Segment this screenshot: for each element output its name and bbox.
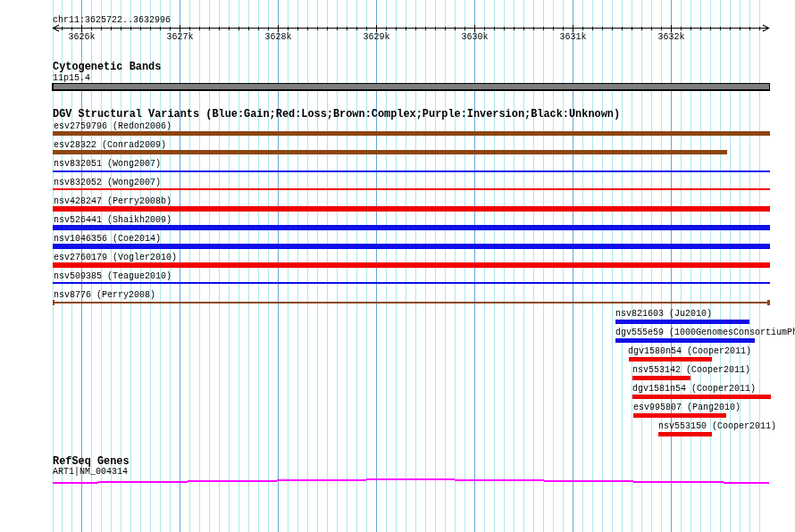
svg-text:nsv1046356 (Coe2014): nsv1046356 (Coe2014) — [54, 234, 161, 244]
svg-text:3626k: 3626k — [68, 32, 95, 42]
svg-text:nsv553150 (Cooper2011): nsv553150 (Cooper2011) — [658, 421, 776, 431]
svg-text:esv2759796 (Redon2006): esv2759796 (Redon2006) — [54, 121, 172, 131]
svg-text:nsv553142 (Cooper2011): nsv553142 (Cooper2011) — [632, 365, 750, 375]
svg-text:nsv428247 (Perry2008b): nsv428247 (Perry2008b) — [54, 196, 172, 206]
svg-text:nsv526441 (Shaikh2009): nsv526441 (Shaikh2009) — [54, 215, 172, 225]
svg-text:3630k: 3630k — [461, 32, 488, 42]
svg-text:dgv555e59 (1000GenomesConsorti: dgv555e59 (1000GenomesConsortiumPhase3) — [615, 328, 795, 337]
svg-text:3632k: 3632k — [657, 32, 684, 42]
svg-text:nsv832051 (Wong2007): nsv832051 (Wong2007) — [54, 159, 161, 169]
svg-text:nsv832052 (Wong2007): nsv832052 (Wong2007) — [54, 178, 161, 187]
svg-text:RefSeq Genes: RefSeq Genes — [53, 455, 130, 468]
svg-text:nsv8776 (Perry2008): nsv8776 (Perry2008) — [54, 290, 155, 300]
svg-text:11p15.4: 11p15.4 — [53, 73, 90, 83]
svg-text:dgv1581n54 (Cooper2011): dgv1581n54 (Cooper2011) — [632, 384, 756, 394]
svg-text:Cytogenetic Bands: Cytogenetic Bands — [53, 61, 161, 73]
svg-text:3631k: 3631k — [559, 32, 586, 42]
svg-text:DGV Structural Variants (Blue:: DGV Structural Variants (Blue:Gain;Red:L… — [53, 108, 620, 121]
svg-text:chr11:3625722..3632996: chr11:3625722..3632996 — [53, 15, 171, 25]
svg-text:dgv1580n54 (Cooper2011): dgv1580n54 (Cooper2011) — [628, 346, 751, 356]
svg-text:esv28322 (Conrad2009): esv28322 (Conrad2009) — [54, 140, 166, 150]
svg-text:esv2760179 (Vogler2010): esv2760179 (Vogler2010) — [54, 253, 177, 262]
svg-text:ART1|NM_004314: ART1|NM_004314 — [53, 467, 128, 477]
svg-text:3627k: 3627k — [166, 32, 193, 42]
svg-text:nsv821603 (Ju2010): nsv821603 (Ju2010) — [615, 309, 712, 319]
svg-text:3628k: 3628k — [264, 32, 291, 42]
svg-text:nsv509385 (Teague2010): nsv509385 (Teague2010) — [54, 271, 172, 281]
svg-text:3629k: 3629k — [363, 32, 389, 42]
svg-text:esv995807 (Pang2010): esv995807 (Pang2010) — [633, 403, 741, 412]
